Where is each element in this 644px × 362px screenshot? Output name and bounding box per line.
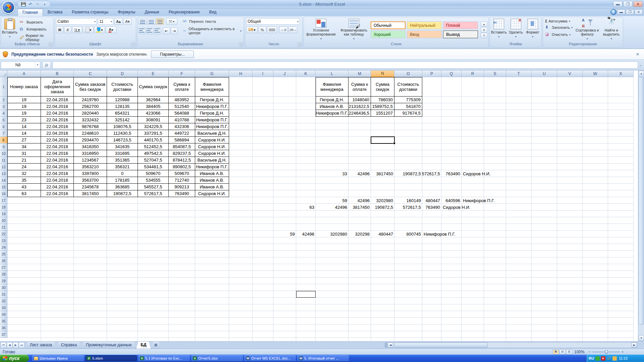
column-header-L[interactable]: L (316, 70, 348, 77)
ribbon-tab-вставка[interactable]: Вставка (43, 9, 67, 16)
row-header-5[interactable]: 5 (0, 117, 7, 123)
find-select-button[interactable]: Найти и выделить▾ (601, 18, 622, 41)
zoom-in-icon[interactable]: ＋ (621, 350, 625, 354)
left-table-cell[interactable]: 27 (7, 137, 41, 143)
column-header-V[interactable]: V (557, 70, 583, 77)
cell-Q18[interactable]: Сидоров Н.И. (441, 204, 462, 210)
row-header-21[interactable]: 21 (0, 224, 7, 231)
row-header-6[interactable]: 6 (0, 123, 7, 130)
left-table-cell[interactable]: 2419760 (74, 97, 107, 103)
cell-O17[interactable]: 160149 (394, 197, 422, 204)
left-table-cell[interactable]: 120988 (107, 97, 138, 103)
left-table-cell[interactable]: 22.04.2016 (41, 184, 74, 190)
column-header-G[interactable]: G (195, 70, 229, 77)
right-table-cell[interactable]: 775309 (394, 97, 422, 103)
minimize-button[interactable]: ▬ (613, 1, 623, 7)
maximize-button[interactable]: ❐ (623, 1, 633, 7)
right-table-cell[interactable]: 1048040 (348, 97, 371, 103)
taskbar-button-3[interactable]: X5.1 Итоговая по Exc... (138, 355, 190, 361)
column-header-P[interactable]: P (422, 70, 441, 77)
accounting-format-button[interactable]: ▾ (246, 26, 258, 33)
workbook-close-button[interactable]: ✕ (635, 9, 643, 15)
left-table-cell[interactable]: 31 (7, 150, 41, 157)
column-header-X[interactable]: X (608, 70, 634, 77)
right-table-cell[interactable]: 2246436,5 (348, 110, 371, 117)
cell-M18[interactable]: 3817450 (348, 204, 371, 210)
row-header-34[interactable]: 34 (0, 311, 7, 318)
tray-volume-icon[interactable]: 🔊 (607, 356, 611, 361)
paste-dropdown-icon[interactable]: ▾ (9, 35, 10, 39)
left-table-cell[interactable]: Никифоров П.Г. (195, 117, 229, 123)
cell-R13[interactable]: Сидоров Н.И. (462, 170, 484, 177)
row-header-36[interactable]: 36 (0, 324, 7, 331)
row-header-20[interactable]: 20 (0, 217, 7, 224)
fill-color-button[interactable]: 🪣 ▾ (94, 26, 105, 33)
left-table-cell[interactable]: 24 (7, 164, 41, 170)
cell-style-chip-хороший[interactable]: Хороший (371, 31, 406, 38)
sheet-tab-лист-заказа[interactable]: Лист заказа (25, 342, 56, 349)
grow-font-button[interactable]: A▴ (114, 18, 122, 25)
row-header-30[interactable]: 30 (0, 284, 7, 291)
left-table-cell[interactable]: Петров Д.Н. (195, 97, 229, 103)
row-header-10[interactable]: 10 (0, 150, 7, 157)
left-table-cell[interactable]: 763490 (169, 190, 195, 197)
left-table-cell[interactable]: 22.04.2016 (41, 190, 74, 197)
zoom-out-icon[interactable]: − (588, 350, 592, 354)
cell-P22[interactable]: Никифоров П.Г. (422, 231, 441, 237)
left-table-cell[interactable]: 63 (7, 190, 41, 197)
sheet-tab-бд[interactable]: БД (136, 342, 151, 349)
styles-more-icon[interactable]: ⊽ (481, 33, 487, 38)
number-format-combo[interactable]: Общий▾ (246, 18, 300, 25)
column-header-C[interactable]: C (74, 70, 107, 77)
sheet-tab-промежуточные-данные[interactable]: Промежуточные данные (82, 342, 136, 349)
left-table-cell[interactable]: 384405 (138, 103, 169, 110)
left-table-cell[interactable]: 586894 (169, 137, 195, 143)
row-header-33[interactable]: 33 (0, 304, 7, 311)
left-table-cell[interactable]: 19 (7, 97, 41, 103)
decrease-decimal-button[interactable]: ,00→ (288, 26, 297, 33)
cell-N13[interactable]: 3817450 (371, 170, 394, 177)
left-table-cell[interactable]: 22.04.2016 (41, 117, 74, 123)
left-table-header-cell[interactable]: Номер заказа (7, 77, 41, 97)
taskbar-button-2[interactable]: X5.xlsm (85, 355, 137, 361)
page-break-view-icon[interactable]: ▥ (566, 350, 572, 354)
left-table-cell[interactable]: 22.04.2016 (41, 143, 74, 150)
left-table-cell[interactable]: 527047,5 (138, 157, 169, 164)
left-table-cell[interactable]: 423066 (138, 110, 169, 117)
left-table-header-cell[interactable]: Сумма к оплате (169, 77, 195, 97)
left-table-cell[interactable]: 43 (7, 184, 41, 190)
zoom-slider[interactable]: − ＋ (588, 350, 625, 354)
right-table-cell[interactable]: 917674,5 (394, 110, 422, 117)
copy-button[interactable]: Копировать (19, 26, 52, 32)
left-table-cell[interactable]: 3232432 (74, 117, 107, 123)
insert-function-button[interactable]: fx (42, 61, 51, 69)
left-table-cell[interactable]: 23 (7, 117, 41, 123)
expand-formula-bar-icon[interactable]: ⌄ (638, 63, 643, 67)
vertical-scroll-thumb[interactable] (639, 77, 644, 324)
column-header-E[interactable]: E (138, 70, 169, 77)
row-header-26[interactable]: 26 (0, 257, 7, 264)
cell-L18[interactable]: 42496 (316, 204, 348, 210)
column-header-K[interactable]: K (296, 70, 316, 77)
font-color-button[interactable]: A ▾ (106, 26, 116, 33)
row-header-3[interactable]: 3 (0, 103, 7, 110)
row-header-14[interactable]: 14 (0, 177, 7, 184)
horizontal-scroll-thumb[interactable] (394, 343, 488, 348)
percent-style-button[interactable]: % (258, 26, 266, 33)
left-table-cell[interactable]: 22.04.2016 (41, 157, 74, 164)
left-table-cell[interactable]: 22.04.2016 (41, 137, 74, 143)
left-table-header-cell[interactable]: Сумма скидок (138, 77, 169, 97)
cell-N22[interactable]: 480447 (371, 231, 394, 237)
left-table-cell[interactable]: 3397800 (74, 170, 107, 177)
tab-splitter-handle[interactable] (384, 342, 387, 348)
cell-L17[interactable]: 59 (316, 197, 348, 204)
row-header-15[interactable]: 15 (0, 184, 7, 190)
align-right-button[interactable] (154, 27, 161, 34)
cell-L13[interactable]: 33 (316, 170, 348, 177)
close-button[interactable]: ✕ (633, 1, 643, 7)
align-center-button[interactable] (146, 27, 153, 34)
taskbar-button-1[interactable]: Шильман Ирина (32, 355, 84, 361)
left-table-cell[interactable]: 0 (107, 170, 138, 177)
left-table-cell[interactable]: Никифоров П.Г. (195, 123, 229, 130)
left-table-cell[interactable]: 21 (7, 157, 41, 164)
